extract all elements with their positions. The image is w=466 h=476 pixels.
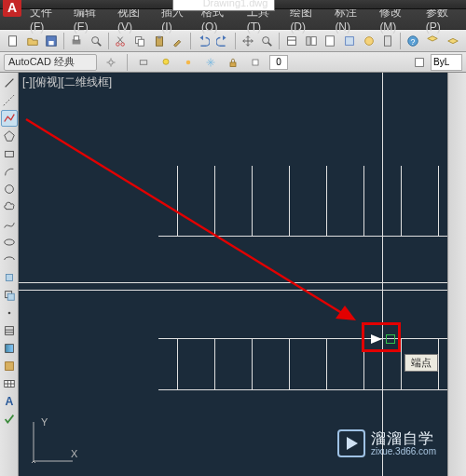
svg-line-35: [3, 95, 13, 105]
svg-rect-37: [5, 151, 13, 156]
line-tool-icon[interactable]: [1, 75, 18, 91]
tool-palettes-icon[interactable]: [321, 32, 339, 50]
svg-marker-36: [4, 131, 14, 142]
undo-icon[interactable]: [194, 32, 212, 50]
properties-icon[interactable]: [282, 32, 301, 50]
make-block-tool-icon[interactable]: [1, 287, 18, 304]
cut-icon[interactable]: [111, 32, 130, 50]
match-props-icon[interactable]: [170, 32, 188, 50]
drawing-canvas[interactable]: [-][俯视][二维线框]: [19, 73, 447, 476]
copy-icon[interactable]: [130, 32, 149, 50]
print-icon[interactable]: [67, 32, 86, 50]
svg-point-38: [5, 185, 13, 194]
svg-rect-0: [8, 35, 16, 46]
print-preview-icon[interactable]: [87, 32, 105, 50]
freeze-icon[interactable]: [202, 54, 219, 71]
svg-point-15: [263, 36, 269, 43]
qat-open-icon[interactable]: [48, 0, 63, 11]
qat-save-icon[interactable]: [64, 0, 79, 11]
app-logo[interactable]: A: [3, 0, 21, 17]
left-toolbar: A: [0, 73, 19, 476]
quick-access-toolbar: [33, 0, 111, 11]
add-selected-tool-icon[interactable]: [1, 411, 18, 428]
rectangle-tool-icon[interactable]: [1, 145, 18, 162]
title-bar: Drawing1.dwg: [0, 0, 466, 9]
main-area: A [-][俯视][二维线框]: [0, 73, 466, 476]
point-tool-icon[interactable]: [1, 305, 18, 321]
svg-point-27: [109, 60, 114, 64]
table-tool-icon[interactable]: [1, 375, 18, 392]
layer-states-icon[interactable]: [444, 32, 462, 50]
color-swatch-icon[interactable]: [410, 53, 429, 72]
workspace-combo[interactable]: AutoCAD 经典: [4, 54, 97, 71]
svg-rect-17: [288, 36, 296, 45]
layer-props-icon[interactable]: [423, 32, 442, 50]
new-file-icon[interactable]: [4, 32, 22, 50]
svg-point-29: [163, 59, 169, 64]
svg-rect-20: [311, 36, 316, 45]
svg-point-8: [121, 42, 125, 46]
sheet-set-icon[interactable]: [340, 32, 359, 50]
svg-rect-4: [74, 35, 78, 39]
redo-icon[interactable]: [213, 32, 232, 50]
sun-icon[interactable]: [180, 54, 197, 71]
layer-color-icon[interactable]: [247, 54, 264, 71]
spline-tool-icon[interactable]: [1, 216, 18, 233]
arc-tool-icon[interactable]: [1, 163, 18, 180]
polyline-tool-icon[interactable]: [1, 110, 18, 127]
svg-rect-2: [49, 41, 54, 45]
help-icon[interactable]: ?: [404, 32, 422, 50]
snap-cursor: [371, 334, 391, 344]
text-tool-icon[interactable]: A: [1, 393, 18, 410]
revision-cloud-tool-icon[interactable]: [1, 198, 18, 215]
svg-point-43: [7, 312, 10, 315]
region-tool-icon[interactable]: [1, 358, 18, 374]
pan-icon[interactable]: [239, 32, 257, 50]
layer-iso-icon[interactable]: [135, 54, 152, 71]
svg-line-16: [268, 42, 272, 46]
svg-point-5: [91, 36, 98, 43]
color-combo[interactable]: ByL: [431, 54, 462, 71]
ellipse-tool-icon[interactable]: [1, 234, 18, 251]
gradient-tool-icon[interactable]: [1, 340, 18, 357]
svg-rect-28: [140, 60, 147, 64]
construction-line-tool-icon[interactable]: [1, 92, 18, 109]
markup-icon[interactable]: [360, 32, 378, 50]
qat-new-icon[interactable]: [33, 0, 48, 11]
svg-rect-22: [346, 36, 354, 45]
svg-rect-12: [138, 39, 144, 46]
save-icon[interactable]: [42, 32, 61, 50]
light-bulb-icon[interactable]: [158, 54, 174, 71]
paste-icon[interactable]: [150, 32, 169, 50]
qat-redo-icon[interactable]: [96, 0, 111, 11]
svg-line-80: [32, 461, 34, 463]
svg-point-7: [116, 42, 120, 46]
svg-rect-33: [416, 58, 424, 66]
open-file-icon[interactable]: [23, 32, 42, 50]
svg-rect-47: [5, 345, 13, 353]
snap-tooltip: 端点: [404, 354, 438, 372]
qat-undo-icon[interactable]: [80, 0, 95, 11]
lock-icon[interactable]: [225, 54, 241, 71]
watermark-brand: 溜溜自学: [371, 430, 436, 447]
drawing-content: [19, 73, 447, 476]
menu-bar: A 文件(F) 编辑(E) 视图(V) 插入(I) 格式(O) 工具(T) 绘图…: [0, 9, 466, 30]
circle-tool-icon[interactable]: [1, 181, 18, 197]
viewport-label[interactable]: [-][俯视][二维线框]: [22, 75, 112, 90]
svg-point-39: [4, 239, 14, 245]
polygon-tool-icon[interactable]: [1, 128, 18, 144]
svg-rect-40: [6, 275, 12, 281]
svg-rect-32: [253, 60, 258, 65]
ucs-icon[interactable]: Y X: [24, 415, 80, 470]
svg-rect-24: [385, 35, 391, 46]
design-center-icon[interactable]: [302, 32, 321, 50]
workspace-gear-icon[interactable]: [103, 54, 119, 71]
insert-block-tool-icon[interactable]: [1, 269, 18, 286]
hatch-tool-icon[interactable]: [1, 322, 18, 339]
zoom-icon[interactable]: [257, 32, 276, 50]
ellipse-arc-tool-icon[interactable]: [1, 252, 18, 268]
layer-zero-combo[interactable]: 0: [269, 55, 288, 70]
svg-rect-48: [5, 362, 13, 371]
calc-icon[interactable]: [379, 32, 398, 50]
svg-point-23: [364, 36, 373, 45]
